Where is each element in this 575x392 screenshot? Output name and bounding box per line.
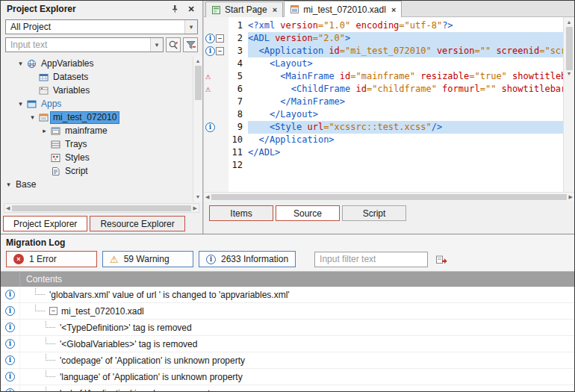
code-editor[interactable]: 1<?xml version="1.0" encoding="utf-8"?>i… (204, 17, 574, 192)
line-gutter: ⚠ (204, 83, 229, 96)
tab-mi-test-072010-xadl[interactable]: mi_test_072010.xadl × (284, 1, 402, 17)
scroll-down-icon[interactable]: ▼ (196, 193, 201, 201)
code-line: 1<?xml version="1.0" encoding="utf-8"?> (204, 19, 563, 32)
expand-arrow-icon[interactable]: ▾ (16, 60, 25, 67)
search-combobox[interactable]: ▾ (5, 37, 164, 52)
tree-item-base[interactable]: ▾Base (1, 178, 192, 191)
expand-arrow-icon[interactable]: ▾ (4, 181, 13, 188)
close-icon[interactable]: ✕ (186, 4, 196, 14)
line-number: 1 (229, 19, 248, 32)
scroll-left-icon[interactable]: ◀ (205, 193, 209, 201)
editor-vertical-scrollbar[interactable]: ▲ ▼ (563, 17, 574, 192)
collapse-arrow-icon[interactable]: ▸ (40, 127, 49, 134)
scrollbar-thumb[interactable] (211, 194, 566, 200)
log-row[interactable]: i−mi_test_072010.xadl (1, 303, 574, 320)
scroll-up-icon[interactable]: ▲ (567, 19, 572, 26)
information-icon[interactable]: i (205, 46, 215, 56)
scroll-down-icon[interactable]: ▼ (567, 70, 572, 78)
tab-resource-explorer[interactable]: Resource Explorer (90, 216, 184, 231)
pin-icon[interactable] (170, 4, 180, 13)
tree-item-trays[interactable]: Trays (1, 137, 192, 151)
tree-item-apps[interactable]: ▾Apps (1, 97, 192, 111)
project-filter-dropdown[interactable]: All Project ▾ (5, 19, 198, 34)
tree-item-mi-test-072010[interactable]: ▾mi_test_072010 (1, 111, 192, 124)
chevron-down-icon[interactable]: ▾ (150, 38, 163, 52)
filter-button-label: 2633 Information (221, 254, 288, 264)
scrollbar-thumb[interactable] (195, 66, 202, 100)
line-number: 2 (229, 32, 248, 45)
tab-project-explorer[interactable]: Project Explorer (3, 216, 87, 231)
tab-items[interactable]: Items (209, 205, 273, 221)
information-icon[interactable]: i (205, 122, 215, 132)
tab-source[interactable]: Source (276, 205, 340, 221)
warning-filter-button[interactable]: ⚠59 Warning (102, 251, 193, 267)
scroll-left-icon[interactable]: ◀ (6, 205, 10, 212)
scrollbar-thumb[interactable] (12, 205, 190, 211)
log-row-text: 'language' of 'Application' is unknown p… (60, 372, 243, 382)
close-icon[interactable]: × (273, 5, 277, 14)
log-row[interactable]: i'language' of 'Application' is unknown … (1, 369, 574, 385)
tree-horizontal-scrollbar[interactable]: ◀ ▶ (4, 203, 199, 213)
error-filter-button[interactable]: ×1 Error (6, 251, 97, 267)
tree-item-mainframe[interactable]: ▸mainframe (1, 124, 192, 137)
scrollbar-thumb[interactable] (566, 27, 573, 70)
chevron-down-icon[interactable]: ▾ (184, 20, 197, 34)
fold-icon[interactable]: − (216, 47, 224, 55)
xadl-file-icon (290, 4, 299, 14)
tree-item-label: mainframe (63, 125, 110, 137)
tree-item-label: Script (63, 166, 90, 177)
log-row[interactable]: i'<TypeDefinition>' tag is removed (1, 320, 574, 336)
log-row-content: 'codepage' of 'Application' is unknown p… (20, 352, 574, 368)
line-number: 9 (229, 121, 248, 134)
fold-icon[interactable]: − (216, 34, 224, 43)
code-line: 7 </MainFrame> (204, 96, 563, 108)
collapse-box-icon[interactable]: − (49, 307, 58, 315)
line-number: 6 (229, 83, 248, 96)
warning-icon[interactable]: ⚠ (205, 84, 211, 94)
close-icon[interactable]: × (391, 5, 396, 14)
line-gutter: i− (204, 32, 229, 45)
log-row-content: −mi_test_072010.xadl (20, 303, 574, 319)
tab-label: Project Explorer (13, 219, 77, 229)
scroll-right-icon[interactable]: ▶ (193, 205, 197, 212)
log-row[interactable]: i'…' of 'Application' is unknown propert… (1, 385, 574, 391)
line-gutter: i− (204, 45, 229, 57)
tab-script[interactable]: Script (342, 205, 406, 221)
editor-view-tab-bar: Items Source Script (204, 201, 574, 222)
line-gutter: i (204, 121, 229, 134)
line-gutter (204, 57, 229, 70)
search-icon[interactable] (166, 37, 181, 52)
warning-icon[interactable]: ⚠ (205, 72, 211, 81)
tree-item-appvariables[interactable]: ▾AppVariables (1, 57, 192, 70)
code-text: <?xml version="1.0" encoding="utf-8"?> (248, 19, 563, 32)
tree-item-datasets[interactable]: Datasets (1, 70, 192, 84)
styles-icon (51, 153, 60, 163)
tree-item-script[interactable]: Script (1, 164, 192, 178)
tree-item-label: AppVariables (39, 58, 96, 69)
log-row-content: 'language' of 'Application' is unknown p… (20, 369, 574, 385)
scroll-up-icon[interactable]: ▲ (196, 57, 201, 65)
information-icon: i (5, 372, 15, 382)
log-row[interactable]: i'codepage' of 'Application' is unknown … (1, 352, 574, 369)
information-filter-button[interactable]: i2633 Information (199, 251, 296, 267)
line-number: 12 (229, 159, 248, 172)
expand-arrow-icon[interactable]: ▾ (16, 100, 25, 108)
code-text: </Application> (248, 134, 563, 146)
tree-item-styles[interactable]: Styles (1, 151, 192, 164)
information-icon[interactable]: i (205, 34, 215, 43)
filter-icon[interactable] (183, 37, 198, 52)
tree-item-variables[interactable]: Variables (1, 84, 192, 97)
log-row[interactable]: i'<GlobalVariables>' tag is removed (1, 336, 574, 352)
tree-connector (35, 288, 45, 295)
information-icon: i (5, 388, 15, 391)
filter-refresh-icon[interactable] (433, 251, 450, 267)
scroll-right-icon[interactable]: ▶ (569, 193, 573, 201)
tab-start-page[interactable]: Start Page × (205, 1, 283, 17)
tree-vertical-scrollbar[interactable]: ▲ ▼ (193, 57, 202, 202)
log-filter-input[interactable] (314, 252, 428, 267)
code-text: <Layout> (248, 57, 563, 70)
search-input[interactable] (6, 40, 150, 50)
expand-arrow-icon[interactable]: ▾ (28, 113, 37, 121)
log-row[interactable]: i'globalvars.xml' value of url ' is chan… (1, 287, 574, 303)
editor-horizontal-scrollbar[interactable]: ◀ ▶ (204, 192, 574, 201)
